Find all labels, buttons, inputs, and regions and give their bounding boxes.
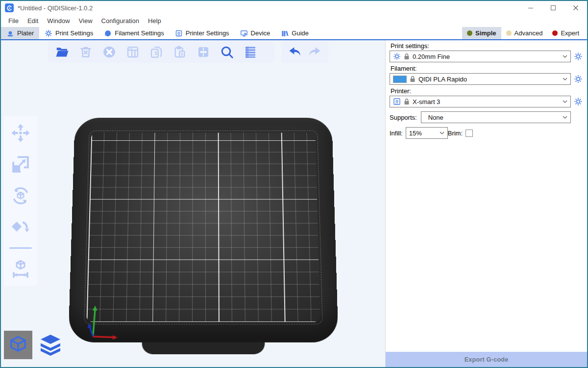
printer-combo[interactable]: X-smart 3: [390, 96, 571, 107]
gizmo-separator: [9, 247, 32, 249]
print-settings-combo[interactable]: 0.20mm Fine: [390, 51, 571, 62]
supports-label: Supports:: [390, 114, 417, 121]
tab-printer-settings[interactable]: Printer Settings: [170, 27, 235, 39]
paste-icon[interactable]: [172, 44, 188, 60]
view-3d-editor-button[interactable]: [4, 331, 32, 359]
mode-simple[interactable]: Simple: [462, 27, 501, 39]
scale-icon[interactable]: [9, 153, 32, 176]
infill-combo[interactable]: 15%: [406, 127, 448, 139]
menu-edit[interactable]: Edit: [23, 15, 43, 27]
print-settings-value: 0.20mm Fine: [413, 53, 560, 60]
mode-switcher: Simple Advanced Expert: [462, 27, 587, 39]
cube-3d-icon: [7, 334, 29, 356]
filament-combo[interactable]: QIDI PLA Rapido: [390, 73, 571, 85]
tab-filament-settings[interactable]: Filament Settings: [98, 27, 169, 39]
expert-dot-icon: [552, 30, 558, 36]
menu-view[interactable]: View: [74, 15, 97, 27]
printer-bed: [63, 105, 344, 355]
filament-value: QIDI PLA Rapido: [418, 76, 560, 83]
tab-bar: Plater Print Settings Filament Settings …: [1, 27, 587, 40]
device-icon: [240, 29, 248, 37]
layers-preview-icon: [38, 332, 63, 358]
view-preview-button[interactable]: [36, 331, 65, 359]
copy-icon[interactable]: [148, 44, 165, 60]
history-toolbar: [281, 41, 328, 63]
main-area: Print settings: 0.20mm Fine Filament: QI…: [1, 40, 587, 367]
settings-panel: Print settings: 0.20mm Fine Filament: QI…: [385, 40, 587, 367]
lock-icon: [410, 76, 416, 82]
mode-expert[interactable]: Expert: [547, 27, 584, 39]
place-on-face-icon[interactable]: [9, 216, 32, 238]
chevron-down-icon: [440, 131, 444, 134]
export-gcode-button[interactable]: Export G-code: [386, 352, 587, 367]
move-icon[interactable]: [9, 122, 32, 144]
title-bar: *Untitled - QIDISlicer-1.0.2: [1, 1, 587, 15]
menu-bar: File Edit Window View Configuration Help: [1, 15, 587, 27]
app-logo-icon: [5, 3, 14, 12]
brim-checkbox[interactable]: [466, 130, 473, 137]
printer-icon: [393, 98, 401, 105]
tab-print-settings[interactable]: Print Settings: [39, 27, 98, 39]
viewport-3d[interactable]: [1, 40, 385, 367]
axes-indicator: [69, 294, 119, 342]
printer-icon: [175, 29, 183, 37]
delete-all-icon[interactable]: [101, 44, 118, 60]
search-icon[interactable]: [219, 44, 235, 60]
undo-icon[interactable]: [287, 44, 303, 60]
chevron-down-icon: [563, 116, 567, 119]
printer-gear-button[interactable]: [573, 97, 583, 106]
bed-outline-dashed: [84, 131, 322, 324]
close-icon[interactable]: [564, 1, 587, 15]
print-settings-label: Print settings:: [391, 42, 583, 50]
infill-value: 15%: [409, 130, 437, 137]
split-icon[interactable]: [195, 44, 212, 60]
lock-icon: [404, 98, 410, 105]
gear-icon: [393, 53, 401, 60]
filament-label: Filament:: [391, 65, 583, 72]
redo-icon[interactable]: [307, 44, 322, 60]
tab-guide[interactable]: Guide: [275, 27, 314, 39]
mode-advanced[interactable]: Advanced: [501, 27, 548, 39]
tab-plater[interactable]: Plater: [1, 27, 39, 39]
supports-combo[interactable]: None: [421, 111, 571, 123]
printer-value: X-smart 3: [413, 98, 560, 105]
menu-file[interactable]: File: [4, 15, 23, 27]
filament-color-swatch: [393, 76, 407, 83]
measure-icon[interactable]: [9, 258, 32, 280]
gizmo-toolbar: [4, 116, 37, 286]
chevron-down-icon: [563, 78, 567, 80]
app-window: *Untitled - QIDISlicer-1.0.2 File Edit W…: [0, 0, 588, 368]
brim-label: Brim:: [448, 130, 463, 137]
menu-configuration[interactable]: Configuration: [97, 15, 144, 27]
print-settings-gear-button[interactable]: [573, 52, 583, 61]
plater-icon: [6, 29, 14, 37]
filament-icon: [104, 29, 112, 37]
guide-icon: [281, 29, 289, 37]
printer-label: Printer:: [391, 87, 583, 95]
variable-layer-height-icon[interactable]: [242, 44, 259, 60]
chevron-down-icon: [563, 55, 567, 58]
arrange-icon[interactable]: [124, 44, 141, 60]
menu-help[interactable]: Help: [144, 15, 166, 27]
supports-value: None: [424, 114, 560, 121]
filament-gear-button[interactable]: [573, 74, 583, 84]
chevron-down-icon: [563, 100, 567, 103]
infill-label: Infill:: [390, 130, 403, 137]
lock-icon: [404, 53, 410, 60]
main-toolbar: [48, 41, 274, 63]
open-file-icon[interactable]: [54, 44, 71, 60]
tab-device[interactable]: Device: [235, 27, 276, 39]
delete-icon[interactable]: [77, 44, 94, 60]
rotate-icon[interactable]: [9, 184, 32, 207]
gear-icon: [45, 29, 52, 37]
window-title: *Untitled - QIDISlicer-1.0.2: [18, 4, 93, 12]
maximize-icon[interactable]: [542, 1, 564, 15]
menu-window[interactable]: Window: [43, 15, 74, 27]
simple-dot-icon: [467, 30, 472, 36]
advanced-dot-icon: [506, 30, 512, 36]
minimize-icon[interactable]: [519, 1, 542, 15]
